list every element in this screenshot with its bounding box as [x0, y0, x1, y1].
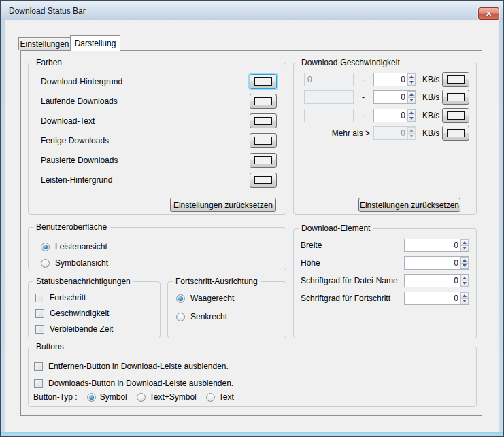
spin-down-button[interactable] [460, 281, 469, 287]
field-value[interactable]: 0 [405, 275, 460, 287]
spin-up-button[interactable] [460, 275, 469, 281]
schriftgrad-fortschritt-input[interactable]: 0 [404, 292, 469, 305]
speed-color-button-4[interactable] [442, 126, 469, 141]
checkbox[interactable] [34, 362, 43, 371]
speed-to-input[interactable]: 0 [373, 109, 416, 122]
field-label: Höhe [301, 256, 320, 270]
checkbox[interactable] [35, 294, 44, 302]
spin-up-button[interactable] [407, 109, 416, 116]
speed-to-value[interactable]: 0 [374, 91, 407, 103]
color-picker-button-pausierte-downloads[interactable] [250, 153, 277, 168]
speed-from-input [304, 109, 354, 122]
color-row-label: Fertige Downloads [41, 136, 109, 145]
checkbox-option-fortschritt[interactable]: Fortschritt [35, 293, 86, 302]
checkbox-option-geschwindigkeit[interactable]: Geschwindigkeit [35, 309, 109, 318]
range-separator: - [356, 109, 371, 122]
group-statusbenachrichtigungen: Statusbenachrichtigungen Fortschritt Ges… [28, 281, 161, 338]
field-value[interactable]: 0 [405, 292, 460, 304]
unit-label: KB/s [422, 109, 439, 122]
radio-option-senkrecht[interactable]: Senkrecht [176, 312, 227, 321]
speed-color-button-2[interactable] [442, 90, 469, 105]
color-picker-button-laufende-downloads[interactable] [250, 94, 277, 109]
field-label: Schriftgrad für Fortschritt [301, 292, 390, 305]
spin-down-button[interactable] [460, 264, 469, 270]
speed-color-button-3[interactable] [442, 108, 469, 123]
reset-speed-button[interactable]: Einstellungen zurücksetzen [358, 198, 460, 212]
window-frame-right [499, 20, 503, 432]
up-arrow-icon [409, 75, 414, 78]
spin-down-button[interactable] [407, 98, 416, 104]
titlebar[interactable]: Download Status Bar ✕ [1, 1, 503, 20]
spin-down-button[interactable] [407, 80, 416, 86]
speed-to-value[interactable]: 0 [374, 109, 407, 122]
element-field-row: Breite 0 [301, 239, 469, 252]
hoehe-input[interactable]: 0 [404, 256, 469, 270]
group-download-geschwindigkeit: Download-Geschwindigkeit 0 - 0 KB/s [293, 63, 477, 215]
radio-button[interactable] [176, 294, 185, 303]
radio-button-text[interactable] [206, 393, 215, 402]
close-button[interactable]: ✕ [478, 7, 499, 20]
tab-page-darstellung: Farben Download-Hintergrund Laufende Dow… [20, 50, 482, 416]
spin-up-button[interactable] [460, 292, 469, 299]
checkbox[interactable] [35, 309, 44, 318]
group-benutzeroberflaeche-title: Benutzeroberfläche [33, 222, 110, 232]
color-picker-button-leisten-hintergrund[interactable] [250, 173, 277, 188]
color-row-label: Download-Text [41, 116, 95, 126]
spin-down-button[interactable] [460, 299, 469, 305]
speed-from-input: 0 [304, 73, 354, 86]
radio-label: Text [219, 392, 234, 402]
color-picker-button-fertige-downloads[interactable] [250, 133, 277, 148]
color-picker-button-download-text[interactable] [250, 113, 277, 128]
speed-color-button-1[interactable] [442, 72, 469, 87]
checkbox-option-verbleibende-zeit[interactable]: Verbleibende Zeit [35, 324, 113, 334]
reset-colors-button[interactable]: Einstellungen zurücksetzen [170, 198, 276, 212]
speed-to-input[interactable]: 0 [373, 73, 416, 86]
spin-up-button[interactable] [460, 239, 469, 246]
element-field-row: Schriftgrad für Datei-Name 0 [301, 274, 469, 287]
tab-einstellungen[interactable]: Einstellungen [18, 37, 71, 50]
speed-range-row: 0 - 0 KB/s [304, 72, 469, 87]
range-separator: - [356, 73, 371, 86]
breite-input[interactable]: 0 [404, 239, 469, 252]
schriftgrad-dateiname-input[interactable]: 0 [404, 274, 469, 287]
radio-button-text-symbol[interactable] [137, 393, 146, 402]
color-row-label: Laufende Downloads [41, 97, 118, 106]
checkbox-option-downloads-button[interactable]: Downloads-Button in Download-Leiste ausb… [34, 379, 233, 388]
radio-option-leistenansicht[interactable]: Leistenansicht [41, 242, 107, 251]
radio-button[interactable] [41, 243, 50, 251]
group-fortschritt-ausrichtung: Fortschritt-Ausrichtung Waagerecht Senkr… [167, 281, 286, 338]
color-swatch [447, 93, 465, 101]
radio-option-symbolansicht[interactable]: Symbolansicht [41, 258, 108, 268]
color-swatch [447, 75, 465, 84]
color-row-label: Leisten-Hintergrund [41, 175, 112, 185]
color-picker-button-download-hintergrund[interactable] [250, 74, 277, 89]
speed-to-value[interactable]: 0 [374, 73, 407, 86]
tab-darstellung[interactable]: Darstellung [70, 35, 120, 51]
down-arrow-icon [463, 300, 467, 302]
checkbox[interactable] [35, 325, 44, 334]
radio-button[interactable] [176, 313, 185, 321]
spin-up-button[interactable] [460, 257, 469, 264]
field-value[interactable]: 0 [405, 257, 460, 269]
checkbox-label: Downloads-Button in Download-Leiste ausb… [48, 379, 233, 388]
speed-range-row: - 0 KB/s [304, 108, 469, 123]
speed-to-value: 0 [374, 127, 407, 139]
color-row: Download-Hintergrund [41, 74, 277, 89]
unit-label: KB/s [422, 90, 439, 104]
dialog-window: Download Status Bar ✕ Einstellungen Dars… [0, 0, 504, 437]
checkbox-option-entfernen-button[interactable]: Entfernen-Button in Download-Leiste ausb… [34, 362, 229, 371]
field-value[interactable]: 0 [405, 239, 460, 251]
reset-speed-button-label: Einstellungen zurücksetzen [360, 200, 459, 210]
spin-up-button[interactable] [407, 91, 416, 98]
radio-button[interactable] [41, 259, 50, 268]
color-swatch [254, 137, 272, 145]
spin-down-button[interactable] [407, 116, 416, 122]
color-swatch [254, 176, 272, 184]
group-download-element-title: Download-Element [299, 224, 373, 234]
checkbox[interactable] [34, 379, 43, 388]
spin-up-button[interactable] [407, 73, 416, 80]
radio-option-waagerecht[interactable]: Waagerecht [176, 294, 234, 303]
speed-to-input[interactable]: 0 [373, 90, 416, 104]
spin-down-button[interactable] [460, 246, 469, 252]
radio-button-symbol[interactable] [87, 393, 96, 402]
